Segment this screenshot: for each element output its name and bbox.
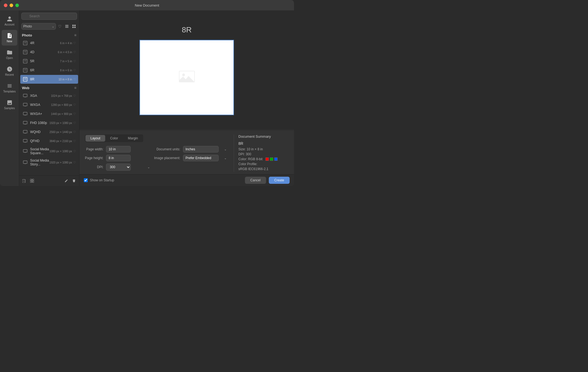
dpi-select[interactable]: 300 72 96 150	[106, 164, 131, 171]
tab-color[interactable]: Color	[105, 135, 123, 142]
list-item-6r-favorite[interactable]: ♡	[73, 69, 76, 72]
search-input[interactable]	[21, 13, 77, 20]
list-view-button[interactable]	[64, 23, 70, 29]
list-item-8r-name: 8R	[30, 77, 59, 81]
page-height-input[interactable]	[106, 155, 131, 161]
list-item-qfhd-name: QFHD	[30, 139, 49, 143]
maximize-button[interactable]	[15, 4, 19, 7]
list-item-4d-favorite[interactable]: ♡	[73, 50, 76, 54]
minimize-button[interactable]	[10, 4, 13, 7]
search-section: 🔍	[19, 10, 79, 22]
document-units-label: Document units:	[154, 147, 180, 151]
svg-rect-51	[32, 181, 34, 182]
tab-layout[interactable]: Layout	[85, 135, 105, 142]
create-button[interactable]: Create	[269, 177, 290, 184]
add-template-button[interactable]: +	[21, 178, 27, 184]
list-item-xga-favorite[interactable]: ♡	[73, 94, 76, 98]
list-item-5r[interactable]: 5R 7 in × 5 in ♡	[20, 57, 78, 66]
monitor-icon	[22, 111, 28, 117]
list-item-social-square-favorite[interactable]: ♡	[73, 150, 76, 153]
list-item-fhd-favorite[interactable]: ♡	[73, 121, 76, 125]
list-item-wxgaplus-favorite[interactable]: ♡	[73, 112, 76, 116]
sidebar-item-new[interactable]: New	[2, 30, 17, 46]
document-units-select[interactable]: Inches Centimeters Millimeters Pixels	[183, 146, 219, 153]
list-item-4r-favorite[interactable]: ♡	[73, 41, 76, 45]
list-item-xga-size: 1024 px × 768 px	[51, 94, 72, 97]
delete-button[interactable]	[71, 178, 77, 184]
sidebar-item-account[interactable]: Account	[2, 13, 17, 29]
list-item-8r[interactable]: 8R 10 in × 8 in ♡	[20, 75, 78, 84]
list-item-wqhd[interactable]: WQHD 2560 px × 1440 px ♡	[20, 128, 78, 136]
photo-section-menu-icon[interactable]: ≡	[74, 33, 76, 37]
doc-summary-color: Color: RGB 8-bit	[238, 157, 289, 161]
grid-view-button[interactable]	[71, 23, 77, 29]
organize-button[interactable]	[29, 178, 35, 184]
list-item-4d[interactable]: 4D 6 in × 4.5 in ♡	[20, 48, 78, 57]
list-item-social-square[interactable]: Social Media Square... 1080 px × 1080 px…	[20, 146, 78, 157]
doc-icon	[22, 58, 28, 64]
list-item-8r-size: 10 in × 8 in	[59, 78, 72, 81]
sidebar-item-samples[interactable]: Samples	[2, 97, 17, 112]
list-item-social-square-size: 1080 px × 1080 px	[49, 150, 72, 153]
sidebar-item-recent[interactable]: Recent	[2, 63, 17, 79]
panel-controls: Photo Web Print Video Custom ♡	[19, 22, 79, 31]
list-item-wqhd-name: WQHD	[30, 130, 49, 134]
rename-button[interactable]	[63, 178, 69, 184]
doc-summary-size: Size: 10 in × 8 in	[238, 147, 289, 151]
image-placement-select[interactable]: Prefer Embedded Prefer Linked Embedded O…	[183, 155, 219, 161]
list-item-5r-name: 5R	[30, 59, 60, 63]
sidebar-item-samples-label: Samples	[4, 107, 15, 110]
favorites-button[interactable]: ♡	[57, 23, 63, 30]
web-section-menu-icon[interactable]: ≡	[74, 86, 76, 90]
show-startup-label[interactable]: Show on Startup	[84, 178, 114, 182]
svg-point-53	[182, 74, 185, 76]
folder-icon	[7, 49, 13, 55]
cancel-button[interactable]: Cancel	[245, 177, 266, 184]
list-item-social-story-name: Social Media Story...	[30, 159, 49, 166]
list-item-social-story-favorite[interactable]: ♡	[73, 161, 76, 164]
page-width-label: Page width:	[85, 147, 103, 151]
monitor-icon	[22, 129, 28, 135]
page-width-input[interactable]	[106, 146, 131, 153]
list-item-qfhd[interactable]: QFHD 3840 px × 2160 px ♡	[20, 137, 78, 145]
list-item-wqhd-favorite[interactable]: ♡	[73, 130, 76, 134]
svg-rect-34	[23, 130, 27, 133]
list-item-6r[interactable]: 6R 8 in × 6 in ♡	[20, 66, 78, 75]
monitor-icon	[22, 138, 28, 144]
category-select[interactable]: Photo Web Print Video Custom	[21, 23, 56, 30]
list-item-wxgaplus[interactable]: WXGA+ 1440 px × 900 px ♡	[20, 109, 78, 118]
list-item-5r-favorite[interactable]: ♡	[73, 60, 76, 63]
close-button[interactable]	[4, 4, 7, 7]
list-item-wxgaplus-name: WXGA+	[30, 112, 51, 116]
svg-rect-25	[23, 103, 27, 106]
sidebar-item-templates[interactable]: Templates	[2, 80, 17, 96]
list-item-wxga-size: 1280 px × 800 px	[51, 103, 72, 106]
list-item-fhd-size: 1920 px × 1080 px	[49, 122, 72, 125]
list-item-social-story-size: 1920 px × 1080 px	[49, 161, 72, 164]
list-item-wxga-favorite[interactable]: ♡	[73, 103, 76, 107]
list-item-5r-size: 7 in × 5 in	[60, 60, 72, 63]
svg-rect-40	[23, 150, 27, 152]
doc-summary-color-profile-label: Color Profile:	[238, 162, 289, 166]
settings-tabs: Layout Color Margin	[85, 134, 143, 142]
sidebar-item-open[interactable]: Open	[2, 47, 17, 62]
doc-icon	[22, 67, 28, 73]
svg-rect-50	[30, 181, 32, 182]
layout-form: Page width: Document units: Inches Centi…	[85, 146, 228, 171]
tab-margin[interactable]: Margin	[123, 135, 143, 142]
list-item-qfhd-favorite[interactable]: ♡	[73, 139, 76, 143]
list-item-4r[interactable]: 4R 6 in × 4 in ♡	[20, 39, 78, 47]
sidebar-item-new-label: New	[7, 40, 12, 43]
list-item-xga[interactable]: XGA 1024 px × 768 px ♡	[20, 91, 78, 100]
settings-area: Layout Color Margin Page width: Document…	[79, 130, 294, 174]
list-item-social-story[interactable]: Social Media Story... 1920 px × 1080 px …	[20, 157, 78, 168]
list-item-fhd[interactable]: FHD 1080p 1920 px × 1080 px ♡	[20, 119, 78, 127]
list-item-8r-favorite[interactable]: ♡	[73, 78, 76, 81]
doc-selected-icon	[22, 77, 28, 82]
color-swatch-green	[270, 157, 273, 161]
show-startup-checkbox[interactable]	[84, 178, 88, 182]
list-item-6r-size: 8 in × 6 in	[60, 69, 72, 72]
list-item-wxga[interactable]: WXGA 1280 px × 800 px ♡	[20, 100, 78, 109]
person-icon	[7, 16, 13, 22]
preview-area: 8R	[79, 10, 294, 130]
